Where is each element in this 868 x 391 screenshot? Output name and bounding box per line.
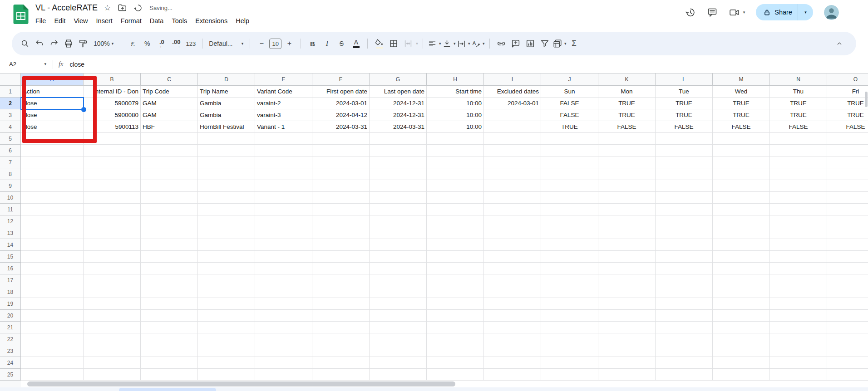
column-header-F[interactable]: F bbox=[312, 73, 370, 86]
cell-I15[interactable] bbox=[484, 251, 541, 263]
cell-I10[interactable] bbox=[484, 192, 541, 204]
cell-I17[interactable] bbox=[484, 274, 541, 286]
cell-L20[interactable] bbox=[656, 310, 713, 322]
horizontal-align-button[interactable]: ▾ bbox=[428, 37, 441, 50]
cell-G6[interactable] bbox=[370, 145, 427, 156]
menu-insert[interactable]: Insert bbox=[92, 16, 117, 26]
cell-D24[interactable] bbox=[198, 357, 255, 369]
cell-G16[interactable] bbox=[370, 263, 427, 274]
cell-K23[interactable] bbox=[598, 345, 656, 357]
cell-L16[interactable] bbox=[656, 263, 713, 274]
cell-K21[interactable] bbox=[598, 322, 656, 333]
italic-button[interactable]: I bbox=[320, 37, 334, 50]
cell-M9[interactable] bbox=[713, 180, 770, 192]
cell-K8[interactable] bbox=[598, 168, 656, 180]
cell-M3[interactable]: TRUE bbox=[713, 109, 770, 121]
cell-L10[interactable] bbox=[656, 192, 713, 204]
cell-K11[interactable] bbox=[598, 204, 656, 215]
cell-I1[interactable]: Excluded dates bbox=[484, 86, 541, 98]
cell-A22[interactable] bbox=[21, 333, 84, 345]
sync-status-icon[interactable] bbox=[133, 3, 143, 13]
cell-O4[interactable]: FALSE bbox=[827, 121, 868, 133]
row-header-4[interactable]: 4 bbox=[0, 121, 21, 133]
cell-M13[interactable] bbox=[713, 227, 770, 239]
cell-M18[interactable] bbox=[713, 286, 770, 298]
cell-E11[interactable] bbox=[255, 204, 312, 215]
increase-font-size-button[interactable]: + bbox=[282, 37, 296, 50]
cell-C14[interactable] bbox=[141, 239, 198, 251]
row-header-18[interactable]: 18 bbox=[0, 286, 21, 298]
undo-button[interactable] bbox=[33, 37, 46, 50]
cell-G5[interactable] bbox=[370, 133, 427, 145]
cell-L2[interactable]: TRUE bbox=[656, 98, 713, 109]
cell-A15[interactable] bbox=[21, 251, 84, 263]
cell-O16[interactable] bbox=[827, 263, 868, 274]
cell-A10[interactable] bbox=[21, 192, 84, 204]
cell-M24[interactable] bbox=[713, 357, 770, 369]
cell-C1[interactable]: Trip Code bbox=[141, 86, 198, 98]
cell-N15[interactable] bbox=[770, 251, 827, 263]
cell-H7[interactable] bbox=[427, 156, 484, 168]
cell-B8[interactable] bbox=[84, 168, 141, 180]
cell-H6[interactable] bbox=[427, 145, 484, 156]
cell-D10[interactable] bbox=[198, 192, 255, 204]
row-header-13[interactable]: 13 bbox=[0, 227, 21, 239]
cell-K16[interactable] bbox=[598, 263, 656, 274]
cell-D9[interactable] bbox=[198, 180, 255, 192]
cell-M6[interactable] bbox=[713, 145, 770, 156]
cell-A13[interactable] bbox=[21, 227, 84, 239]
cell-I8[interactable] bbox=[484, 168, 541, 180]
cell-B13[interactable] bbox=[84, 227, 141, 239]
cell-B23[interactable] bbox=[84, 345, 141, 357]
cell-J1[interactable]: Sun bbox=[541, 86, 598, 98]
cell-F10[interactable] bbox=[312, 192, 370, 204]
cell-K2[interactable]: TRUE bbox=[598, 98, 656, 109]
row-header-17[interactable]: 17 bbox=[0, 274, 21, 286]
meet-presentation-control[interactable]: ▾ bbox=[729, 7, 745, 18]
cell-N1[interactable]: Thu bbox=[770, 86, 827, 98]
cell-J18[interactable] bbox=[541, 286, 598, 298]
menu-help[interactable]: Help bbox=[232, 16, 253, 26]
cell-L19[interactable] bbox=[656, 298, 713, 310]
cell-K18[interactable] bbox=[598, 286, 656, 298]
cell-N21[interactable] bbox=[770, 322, 827, 333]
column-header-N[interactable]: N bbox=[770, 73, 827, 86]
cell-J9[interactable] bbox=[541, 180, 598, 192]
formula-input[interactable]: close bbox=[69, 61, 84, 68]
cell-J20[interactable] bbox=[541, 310, 598, 322]
cell-B16[interactable] bbox=[84, 263, 141, 274]
cell-F2[interactable]: 2024-03-01 bbox=[312, 98, 370, 109]
share-button-main[interactable]: Share bbox=[756, 4, 798, 20]
cell-I12[interactable] bbox=[484, 215, 541, 227]
cell-H14[interactable] bbox=[427, 239, 484, 251]
row-header-3[interactable]: 3 bbox=[0, 109, 21, 121]
cell-B12[interactable] bbox=[84, 215, 141, 227]
cell-H5[interactable] bbox=[427, 133, 484, 145]
cell-J2[interactable]: FALSE bbox=[541, 98, 598, 109]
cell-C15[interactable] bbox=[141, 251, 198, 263]
cell-E20[interactable] bbox=[255, 310, 312, 322]
cell-A25[interactable] bbox=[21, 369, 84, 381]
name-box[interactable]: A2 ▾ bbox=[9, 61, 46, 68]
cell-O7[interactable] bbox=[827, 156, 868, 168]
bold-button[interactable]: B bbox=[306, 37, 319, 50]
cell-C7[interactable] bbox=[141, 156, 198, 168]
cell-K20[interactable] bbox=[598, 310, 656, 322]
cell-F4[interactable]: 2024-03-31 bbox=[312, 121, 370, 133]
cell-K19[interactable] bbox=[598, 298, 656, 310]
cell-F24[interactable] bbox=[312, 357, 370, 369]
cell-M25[interactable] bbox=[713, 369, 770, 381]
cell-E24[interactable] bbox=[255, 357, 312, 369]
cell-O25[interactable] bbox=[827, 369, 868, 381]
cell-O18[interactable] bbox=[827, 286, 868, 298]
cell-L15[interactable] bbox=[656, 251, 713, 263]
cell-O8[interactable] bbox=[827, 168, 868, 180]
menu-view[interactable]: View bbox=[69, 16, 92, 26]
cell-I7[interactable] bbox=[484, 156, 541, 168]
cell-H3[interactable]: 10:00 bbox=[427, 109, 484, 121]
cell-B20[interactable] bbox=[84, 310, 141, 322]
cell-F16[interactable] bbox=[312, 263, 370, 274]
cell-A17[interactable] bbox=[21, 274, 84, 286]
borders-button[interactable] bbox=[387, 37, 400, 50]
cell-D11[interactable] bbox=[198, 204, 255, 215]
